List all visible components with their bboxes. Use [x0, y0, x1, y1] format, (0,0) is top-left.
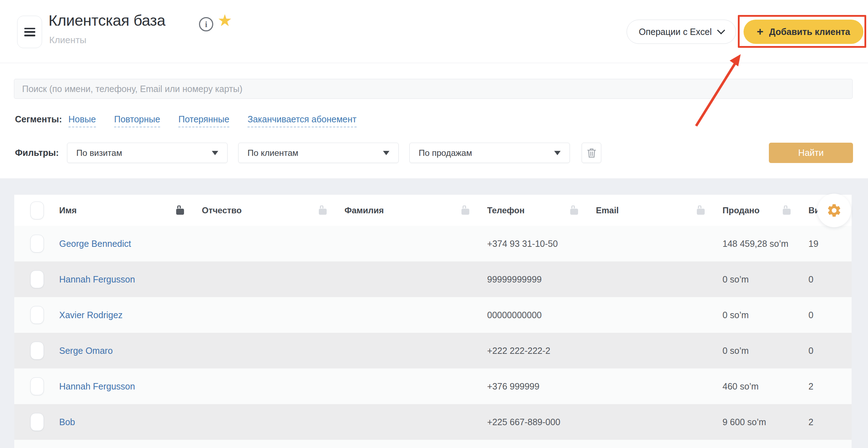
row-checkbox[interactable] — [30, 270, 44, 288]
cell-name: Hannah Fergusson — [59, 274, 202, 285]
column-lock-icon[interactable] — [176, 209, 184, 215]
find-button[interactable]: Найти — [769, 143, 853, 163]
row-checkbox-cell — [14, 270, 59, 288]
hamburger-menu-button[interactable] — [17, 16, 42, 48]
cell-sold: 0 so’m — [723, 346, 808, 356]
segment-link[interactable]: Потерянные — [178, 114, 229, 127]
gear-icon — [826, 203, 842, 218]
client-name-link[interactable]: Hannah Fergusson — [59, 274, 135, 284]
caret-down-icon — [383, 151, 389, 155]
cell-visits: 2 — [808, 417, 852, 427]
cell-visits: 2 — [808, 381, 852, 392]
column-lock-icon[interactable] — [319, 209, 327, 215]
column-header-6: Продано — [723, 205, 808, 215]
table-row: George Bennedict+374 93 31-10-50148 459,… — [14, 226, 852, 261]
table-row: Serge Omaro+222 222-222-20 so’m0 — [14, 333, 852, 368]
table-header-row: ИмяОтчествоФамилияТелефонEmailПроданоВиз… — [14, 195, 852, 226]
row-checkbox-cell — [14, 342, 59, 360]
column-lock-icon[interactable] — [783, 209, 791, 215]
row-checkbox[interactable] — [30, 342, 44, 360]
row-checkbox-cell — [14, 306, 59, 324]
filter-dropdown[interactable]: По продажам — [409, 143, 570, 163]
filter-dropdown[interactable]: По визитам — [67, 143, 228, 163]
filter-dropdown[interactable]: По клиентам — [238, 143, 399, 163]
header-checkbox-cell — [14, 202, 59, 219]
column-header-label: Email — [596, 205, 619, 215]
column-header-label: Телефон — [487, 205, 525, 215]
cell-name: Xavier Rodrigez — [59, 310, 202, 320]
column-lock-icon[interactable] — [697, 209, 705, 215]
column-header-4: Телефон — [487, 205, 596, 215]
column-header-1: Имя — [59, 205, 202, 215]
dropdown-selected-value: По визитам — [76, 148, 122, 158]
row-checkbox[interactable] — [30, 306, 44, 324]
excel-operations-button[interactable]: Операции с Excel — [627, 20, 736, 44]
select-all-checkbox[interactable] — [30, 202, 44, 219]
column-header-5: Email — [596, 205, 723, 215]
cell-name: Hannah Fergusson — [59, 381, 202, 392]
column-header-2: Отчество — [202, 205, 344, 215]
favorite-star-icon[interactable]: ★ — [218, 12, 232, 29]
row-checkbox-cell — [14, 377, 59, 395]
client-name-link[interactable]: Xavier Rodrigez — [59, 310, 123, 320]
column-lock-icon[interactable] — [461, 209, 469, 215]
row-checkbox[interactable] — [30, 413, 44, 431]
breadcrumb: Клиенты — [49, 35, 86, 46]
table-row: Hannah Fergusson+376 999999460 so’m2 — [14, 368, 852, 404]
table-row: Xavier Rodrigez000000000000 so’m0 — [14, 297, 852, 333]
segment-link[interactable]: Заканчивается абонемент — [247, 114, 357, 127]
column-settings-button[interactable] — [817, 194, 851, 227]
client-name-link[interactable]: Hannah Fergusson — [59, 381, 135, 391]
cell-sold: 0 so’m — [723, 274, 808, 285]
search-input[interactable] — [14, 79, 853, 99]
segments-links: НовыеПовторныеПотерянныеЗаканчивается аб… — [68, 114, 357, 127]
cell-sold: 460 so’m — [723, 381, 808, 392]
row-checkbox[interactable] — [30, 377, 44, 395]
client-name-link[interactable]: Bob — [59, 417, 75, 427]
segment-link[interactable]: Новые — [68, 114, 96, 127]
client-name-link[interactable]: George Bennedict — [59, 239, 131, 249]
page-title: Клиентская база — [48, 12, 165, 29]
dropdown-selected-value: По клиентам — [247, 148, 298, 158]
column-header-label: Имя — [59, 205, 77, 215]
cell-sold: 148 459,28 so’m — [723, 239, 808, 249]
column-header-label: Фамилия — [344, 205, 384, 215]
column-header-3: Фамилия — [344, 205, 487, 215]
client-name-link[interactable]: Serge Omaro — [59, 346, 113, 356]
cell-name: George Bennedict — [59, 239, 202, 249]
filters-row: Фильтры: По визитамПо клиентамПо продажа… — [15, 143, 601, 163]
table-body: George Bennedict+374 93 31-10-50148 459,… — [14, 226, 852, 448]
column-header-label: Продано — [723, 205, 760, 215]
table-row: Hannah Fergusson999999999990 so’m0 — [14, 261, 852, 297]
cell-sold: 9 600 so’m — [723, 417, 808, 427]
cell-name: Bob — [59, 417, 202, 427]
segment-link[interactable]: Повторные — [114, 114, 160, 127]
clear-filters-button[interactable] — [582, 143, 601, 163]
row-checkbox[interactable] — [30, 235, 44, 253]
segments-row: Сегменты: НовыеПовторныеПотерянныеЗаканч… — [15, 114, 357, 127]
table-row: Bob+225 667-889-0009 600 so’m2 — [14, 404, 852, 440]
info-icon[interactable]: i — [199, 17, 213, 31]
cell-phone: 00000000000 — [487, 310, 596, 320]
cell-visits: 0 — [808, 274, 852, 285]
clients-table: ИмяОтчествоФамилияТелефонEmailПроданоВиз… — [14, 195, 852, 448]
add-client-button[interactable]: + Добавить клиента — [744, 20, 863, 44]
cell-visits: 0 — [808, 310, 852, 320]
excel-operations-label: Операции с Excel — [639, 27, 711, 37]
chevron-down-icon — [717, 26, 725, 35]
column-header-label: Отчество — [202, 205, 242, 215]
trash-icon — [586, 147, 597, 159]
cell-phone: +376 999999 — [487, 381, 596, 392]
cell-phone: +374 93 31-10-50 — [487, 239, 596, 249]
cell-visits: 19 — [808, 239, 852, 249]
cell-name: Serge Omaro — [59, 346, 202, 356]
column-lock-icon[interactable] — [570, 209, 578, 215]
client-base-page: Клиентская база i ★ Клиенты Операции с E… — [0, 0, 868, 448]
add-client-label: Добавить клиента — [769, 27, 850, 37]
cell-phone: +222 222-222-2 — [487, 346, 596, 356]
row-checkbox-cell — [14, 235, 59, 253]
filter-dropdowns: По визитамПо клиентамПо продажам — [67, 143, 581, 163]
hamburger-icon — [24, 28, 35, 36]
app-header: Клиентская база i ★ Клиенты Операции с E… — [0, 0, 868, 63]
cell-phone: +225 667-889-000 — [487, 417, 596, 427]
